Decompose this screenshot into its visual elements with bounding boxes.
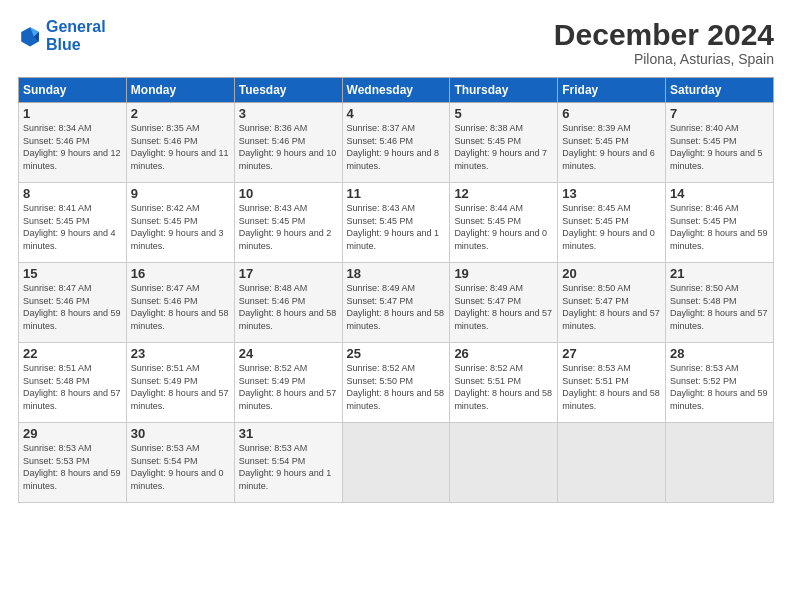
day-number: 17 <box>239 266 338 281</box>
cell-info: Sunrise: 8:51 AMSunset: 5:49 PMDaylight:… <box>131 362 230 412</box>
day-number: 3 <box>239 106 338 121</box>
day-number: 22 <box>23 346 122 361</box>
calendar-cell: 16 Sunrise: 8:47 AMSunset: 5:46 PMDaylig… <box>126 263 234 343</box>
logo: General Blue <box>18 18 106 53</box>
calendar-cell: 25 Sunrise: 8:52 AMSunset: 5:50 PMDaylig… <box>342 343 450 423</box>
calendar-cell <box>342 423 450 503</box>
col-wednesday: Wednesday <box>342 78 450 103</box>
day-number: 28 <box>670 346 769 361</box>
col-monday: Monday <box>126 78 234 103</box>
cell-info: Sunrise: 8:45 AMSunset: 5:45 PMDaylight:… <box>562 202 661 252</box>
day-number: 24 <box>239 346 338 361</box>
calendar-cell: 24 Sunrise: 8:52 AMSunset: 5:49 PMDaylig… <box>234 343 342 423</box>
calendar-cell: 23 Sunrise: 8:51 AMSunset: 5:49 PMDaylig… <box>126 343 234 423</box>
calendar-cell: 5 Sunrise: 8:38 AMSunset: 5:45 PMDayligh… <box>450 103 558 183</box>
calendar-cell: 13 Sunrise: 8:45 AMSunset: 5:45 PMDaylig… <box>558 183 666 263</box>
week-row-3: 15 Sunrise: 8:47 AMSunset: 5:46 PMDaylig… <box>19 263 774 343</box>
col-friday: Friday <box>558 78 666 103</box>
calendar-cell: 30 Sunrise: 8:53 AMSunset: 5:54 PMDaylig… <box>126 423 234 503</box>
cell-info: Sunrise: 8:50 AMSunset: 5:47 PMDaylight:… <box>562 282 661 332</box>
calendar-cell: 10 Sunrise: 8:43 AMSunset: 5:45 PMDaylig… <box>234 183 342 263</box>
calendar-cell: 3 Sunrise: 8:36 AMSunset: 5:46 PMDayligh… <box>234 103 342 183</box>
calendar-cell: 8 Sunrise: 8:41 AMSunset: 5:45 PMDayligh… <box>19 183 127 263</box>
cell-info: Sunrise: 8:48 AMSunset: 5:46 PMDaylight:… <box>239 282 338 332</box>
cell-info: Sunrise: 8:40 AMSunset: 5:45 PMDaylight:… <box>670 122 769 172</box>
day-number: 21 <box>670 266 769 281</box>
title-block: December 2024 Pilona, Asturias, Spain <box>554 18 774 67</box>
cell-info: Sunrise: 8:47 AMSunset: 5:46 PMDaylight:… <box>23 282 122 332</box>
calendar-cell: 1 Sunrise: 8:34 AMSunset: 5:46 PMDayligh… <box>19 103 127 183</box>
day-number: 16 <box>131 266 230 281</box>
day-number: 31 <box>239 426 338 441</box>
cell-info: Sunrise: 8:42 AMSunset: 5:45 PMDaylight:… <box>131 202 230 252</box>
calendar-cell: 22 Sunrise: 8:51 AMSunset: 5:48 PMDaylig… <box>19 343 127 423</box>
day-number: 27 <box>562 346 661 361</box>
calendar-cell: 26 Sunrise: 8:52 AMSunset: 5:51 PMDaylig… <box>450 343 558 423</box>
calendar-cell: 19 Sunrise: 8:49 AMSunset: 5:47 PMDaylig… <box>450 263 558 343</box>
day-number: 7 <box>670 106 769 121</box>
calendar-cell <box>450 423 558 503</box>
day-number: 15 <box>23 266 122 281</box>
cell-info: Sunrise: 8:34 AMSunset: 5:46 PMDaylight:… <box>23 122 122 172</box>
cell-info: Sunrise: 8:52 AMSunset: 5:51 PMDaylight:… <box>454 362 553 412</box>
cell-info: Sunrise: 8:36 AMSunset: 5:46 PMDaylight:… <box>239 122 338 172</box>
cell-info: Sunrise: 8:41 AMSunset: 5:45 PMDaylight:… <box>23 202 122 252</box>
calendar-cell: 27 Sunrise: 8:53 AMSunset: 5:51 PMDaylig… <box>558 343 666 423</box>
day-number: 11 <box>347 186 446 201</box>
day-number: 20 <box>562 266 661 281</box>
cell-info: Sunrise: 8:44 AMSunset: 5:45 PMDaylight:… <box>454 202 553 252</box>
cell-info: Sunrise: 8:49 AMSunset: 5:47 PMDaylight:… <box>347 282 446 332</box>
day-number: 23 <box>131 346 230 361</box>
col-tuesday: Tuesday <box>234 78 342 103</box>
week-row-5: 29 Sunrise: 8:53 AMSunset: 5:53 PMDaylig… <box>19 423 774 503</box>
calendar-cell: 6 Sunrise: 8:39 AMSunset: 5:45 PMDayligh… <box>558 103 666 183</box>
calendar-cell: 14 Sunrise: 8:46 AMSunset: 5:45 PMDaylig… <box>666 183 774 263</box>
calendar-cell: 9 Sunrise: 8:42 AMSunset: 5:45 PMDayligh… <box>126 183 234 263</box>
cell-info: Sunrise: 8:51 AMSunset: 5:48 PMDaylight:… <box>23 362 122 412</box>
calendar-cell: 29 Sunrise: 8:53 AMSunset: 5:53 PMDaylig… <box>19 423 127 503</box>
cell-info: Sunrise: 8:47 AMSunset: 5:46 PMDaylight:… <box>131 282 230 332</box>
day-number: 4 <box>347 106 446 121</box>
calendar-cell: 11 Sunrise: 8:43 AMSunset: 5:45 PMDaylig… <box>342 183 450 263</box>
day-number: 2 <box>131 106 230 121</box>
week-row-4: 22 Sunrise: 8:51 AMSunset: 5:48 PMDaylig… <box>19 343 774 423</box>
cell-info: Sunrise: 8:53 AMSunset: 5:54 PMDaylight:… <box>131 442 230 492</box>
cell-info: Sunrise: 8:43 AMSunset: 5:45 PMDaylight:… <box>239 202 338 252</box>
day-number: 18 <box>347 266 446 281</box>
day-number: 9 <box>131 186 230 201</box>
cell-info: Sunrise: 8:38 AMSunset: 5:45 PMDaylight:… <box>454 122 553 172</box>
cell-info: Sunrise: 8:43 AMSunset: 5:45 PMDaylight:… <box>347 202 446 252</box>
week-row-2: 8 Sunrise: 8:41 AMSunset: 5:45 PMDayligh… <box>19 183 774 263</box>
calendar-cell: 4 Sunrise: 8:37 AMSunset: 5:46 PMDayligh… <box>342 103 450 183</box>
calendar-cell: 2 Sunrise: 8:35 AMSunset: 5:46 PMDayligh… <box>126 103 234 183</box>
logo-text: General Blue <box>46 18 106 53</box>
cell-info: Sunrise: 8:52 AMSunset: 5:50 PMDaylight:… <box>347 362 446 412</box>
day-number: 5 <box>454 106 553 121</box>
cell-info: Sunrise: 8:50 AMSunset: 5:48 PMDaylight:… <box>670 282 769 332</box>
day-number: 30 <box>131 426 230 441</box>
calendar-cell: 17 Sunrise: 8:48 AMSunset: 5:46 PMDaylig… <box>234 263 342 343</box>
col-thursday: Thursday <box>450 78 558 103</box>
calendar-cell: 15 Sunrise: 8:47 AMSunset: 5:46 PMDaylig… <box>19 263 127 343</box>
day-number: 29 <box>23 426 122 441</box>
day-number: 19 <box>454 266 553 281</box>
cell-info: Sunrise: 8:39 AMSunset: 5:45 PMDaylight:… <box>562 122 661 172</box>
cell-info: Sunrise: 8:49 AMSunset: 5:47 PMDaylight:… <box>454 282 553 332</box>
logo-icon <box>18 24 42 48</box>
header: General Blue December 2024 Pilona, Astur… <box>18 18 774 67</box>
day-number: 12 <box>454 186 553 201</box>
calendar-cell: 7 Sunrise: 8:40 AMSunset: 5:45 PMDayligh… <box>666 103 774 183</box>
calendar-cell: 18 Sunrise: 8:49 AMSunset: 5:47 PMDaylig… <box>342 263 450 343</box>
day-number: 1 <box>23 106 122 121</box>
cell-info: Sunrise: 8:53 AMSunset: 5:52 PMDaylight:… <box>670 362 769 412</box>
col-sunday: Sunday <box>19 78 127 103</box>
cell-info: Sunrise: 8:53 AMSunset: 5:53 PMDaylight:… <box>23 442 122 492</box>
cell-info: Sunrise: 8:37 AMSunset: 5:46 PMDaylight:… <box>347 122 446 172</box>
day-number: 6 <box>562 106 661 121</box>
day-number: 10 <box>239 186 338 201</box>
col-saturday: Saturday <box>666 78 774 103</box>
day-number: 13 <box>562 186 661 201</box>
location: Pilona, Asturias, Spain <box>554 51 774 67</box>
cell-info: Sunrise: 8:35 AMSunset: 5:46 PMDaylight:… <box>131 122 230 172</box>
calendar-cell: 20 Sunrise: 8:50 AMSunset: 5:47 PMDaylig… <box>558 263 666 343</box>
